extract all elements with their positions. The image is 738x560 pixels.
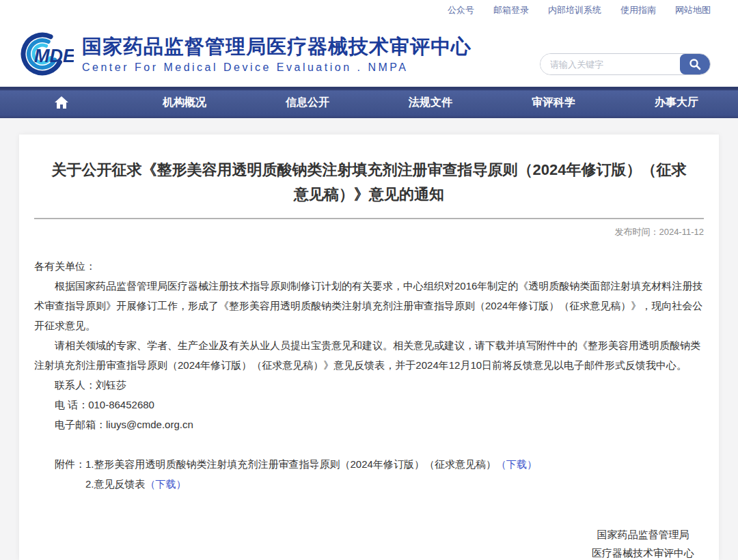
nav-item-info[interactable]: 信息公开 — [246, 87, 369, 118]
attachments-label: 附件： — [55, 458, 85, 470]
topbar: 公众号 邮箱登录 内部培训系统 使用指南 网站地图 — [0, 0, 738, 20]
article-panel: 关于公开征求《整形美容用透明质酸钠类注射填充剂注册审查指导原则（2024年修订版… — [19, 135, 719, 560]
contact-person: 联系人：刘钰莎 — [34, 375, 704, 395]
nav-item-services[interactable]: 办事大厅 — [615, 87, 738, 118]
nav-item-laws[interactable]: 法规文件 — [369, 87, 492, 118]
main-nav: 机构概况 信息公开 法规文件 审评科学 办事大厅 — [0, 87, 738, 118]
attachment-text: 2.意见反馈表 — [85, 478, 146, 490]
signature-block: 国家药品监督管理局 医疗器械技术审评中心 2024年11月11日 — [592, 525, 694, 560]
search-input[interactable] — [541, 54, 680, 74]
attachment-item: 附件：1.整形美容用透明质酸钠类注射填充剂注册审查指导原则（2024年修订版）（… — [34, 454, 704, 474]
attachment-item: 2.意见反馈表（下载） — [85, 474, 704, 494]
salutation: 各有关单位： — [34, 256, 704, 276]
cmde-logo-icon: MDE — [20, 29, 74, 79]
search-button[interactable] — [680, 54, 710, 74]
topbar-link-sitemap[interactable]: 网站地图 — [675, 4, 711, 16]
home-icon — [54, 96, 69, 109]
nav-item-overview[interactable]: 机构概况 — [123, 87, 246, 118]
attachments: 附件：1.整形美容用透明质酸钠类注射填充剂注册审查指导原则（2024年修订版）（… — [34, 454, 704, 494]
publish-date: 发布时间：2024-11-12 — [34, 226, 704, 238]
contact-email: 电子邮箱：liuys@cmde.org.cn — [34, 415, 704, 434]
title-divider — [34, 218, 704, 219]
download-link-2[interactable]: （下载） — [146, 478, 187, 490]
brand-title-cn: 国家药品监督管理局医疗器械技术审评中心 — [82, 34, 472, 59]
download-link-1[interactable]: （下载） — [496, 458, 537, 470]
signature-org-2: 医疗器械技术审评中心 — [592, 544, 694, 560]
site-logo: MDE 国家药品监督管理局医疗器械技术审评中心 Center For Medic… — [20, 29, 472, 79]
paragraph: 请相关领域的专家、学者、生产企业及有关从业人员提出宝贵意见和建议。相关意见或建议… — [34, 335, 704, 375]
search-box — [540, 53, 711, 75]
paragraph: 根据国家药品监督管理局医疗器械注册技术指导原则制修订计划的有关要求，中心组织对2… — [34, 276, 704, 335]
topbar-link-mail[interactable]: 邮箱登录 — [493, 4, 529, 16]
article-title: 关于公开征求《整形美容用透明质酸钠类注射填充剂注册审查指导原则（2024年修订版… — [48, 158, 691, 207]
article-body: 各有关单位： 根据国家药品监督管理局医疗器械注册技术指导原则制修订计划的有关要求… — [34, 256, 704, 494]
topbar-link-wechat[interactable]: 公众号 — [448, 4, 474, 16]
nav-item-science[interactable]: 审评科学 — [492, 87, 615, 118]
brand-title-en: Center For Medical Device Evaluation . N… — [82, 61, 472, 74]
signature-org-1: 国家药品监督管理局 — [592, 525, 694, 544]
attachment-text: 1.整形美容用透明质酸钠类注射填充剂注册审查指导原则（2024年修订版）（征求意… — [85, 458, 496, 470]
site-header: MDE 国家药品监督管理局医疗器械技术审评中心 Center For Medic… — [0, 20, 738, 87]
nav-item-home[interactable] — [0, 87, 123, 118]
svg-text:MDE: MDE — [34, 46, 74, 66]
topbar-link-guide[interactable]: 使用指南 — [620, 4, 656, 16]
contact-phone: 电 话：010-86452680 — [34, 395, 704, 415]
brand-titles: 国家药品监督管理局医疗器械技术审评中心 Center For Medical D… — [82, 34, 472, 74]
search-icon — [689, 58, 701, 70]
topbar-link-training[interactable]: 内部培训系统 — [548, 4, 601, 16]
